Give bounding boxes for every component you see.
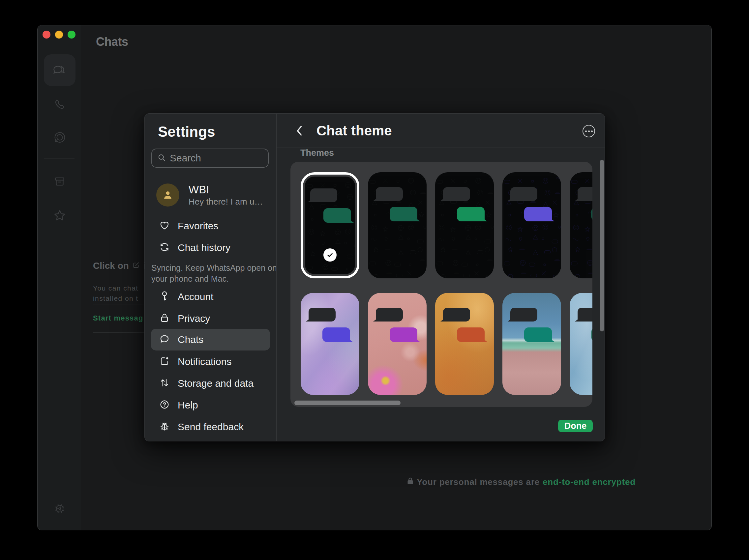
- heart-icon: [159, 220, 170, 232]
- theme-preview: [570, 172, 593, 278]
- menu-item-label: Account: [178, 291, 213, 303]
- search-input[interactable]: Search: [151, 149, 269, 168]
- notification-icon: [159, 355, 170, 368]
- incoming-bubble: [443, 308, 470, 321]
- search-placeholder: Search: [170, 153, 201, 164]
- chat-theme-title: Chat theme: [317, 123, 392, 139]
- incoming-bubble: [510, 187, 537, 201]
- incoming-bubble: [308, 308, 336, 321]
- sync-icon: [159, 242, 170, 254]
- theme-option-dark-3[interactable]: [435, 172, 494, 278]
- minimize-button[interactable]: [55, 31, 63, 39]
- close-button[interactable]: [43, 31, 50, 39]
- outgoing-bubble: [390, 328, 418, 342]
- theme-option-dark-2[interactable]: [368, 172, 427, 278]
- menu-item-label: Help: [178, 400, 198, 411]
- theme-option-holo-purple[interactable]: [301, 293, 359, 395]
- search-icon: [157, 153, 166, 163]
- themes-grid: [291, 162, 593, 407]
- menu-item-label: Privacy: [178, 313, 210, 324]
- menu-item-chats[interactable]: Chats: [145, 329, 276, 351]
- chats-icon[interactable]: [52, 62, 67, 77]
- incoming-bubble: [578, 308, 593, 321]
- theme-option-dark-5[interactable]: [570, 172, 593, 278]
- outgoing-bubble: [457, 328, 485, 342]
- encryption-text: Your personal messages are: [417, 477, 540, 487]
- settings-panel: Settings Search WBI Hey there! I a: [145, 114, 276, 441]
- menu-item-label: Chat history: [178, 242, 231, 253]
- incoming-bubble: [376, 308, 403, 321]
- encryption-notice: Your personal messages are end-to-end en…: [330, 477, 712, 487]
- outgoing-bubble: [592, 328, 593, 342]
- outgoing-bubble: [323, 208, 351, 223]
- phone-icon[interactable]: [53, 98, 66, 111]
- gear-icon[interactable]: [53, 502, 67, 516]
- theme-preview: [368, 293, 427, 395]
- theme-option-blue-silk[interactable]: [570, 293, 593, 395]
- sync-caption: Syncing. Keep WhatsApp open on your phon…: [151, 263, 277, 284]
- menu-item-send-feedback[interactable]: Send feedback: [145, 416, 276, 438]
- chat-theme-header: Chat theme: [277, 114, 605, 148]
- theme-preview: [435, 172, 494, 278]
- incoming-bubble: [376, 187, 403, 201]
- bug-icon: [159, 421, 170, 433]
- outgoing-bubble: [390, 207, 418, 221]
- menu-item-label: Chats: [178, 334, 204, 345]
- menu-item-chat-history[interactable]: Chat history: [145, 237, 276, 259]
- key-icon: [159, 291, 170, 303]
- menu-item-help[interactable]: Help: [145, 394, 276, 416]
- status-icon[interactable]: [53, 131, 67, 144]
- menu-item-favorites[interactable]: Favorites: [145, 215, 276, 237]
- horizontal-scrollbar[interactable]: [294, 401, 401, 405]
- incoming-bubble: [510, 308, 537, 321]
- zoom-button[interactable]: [68, 31, 76, 39]
- outgoing-bubble: [322, 328, 350, 342]
- lock-icon: [407, 477, 414, 487]
- theme-option-orange-petals[interactable]: [435, 293, 494, 395]
- menu-item-account[interactable]: Account: [145, 286, 276, 308]
- profile-row[interactable]: WBI Hey there! I am u…: [145, 183, 276, 206]
- star-icon[interactable]: [53, 208, 67, 222]
- theme-preview: [305, 177, 355, 274]
- outgoing-bubble: [524, 328, 552, 342]
- avatar: [156, 183, 179, 206]
- empty-state-heading-prefix: Click on: [93, 261, 129, 271]
- help-icon: [159, 399, 170, 411]
- chat-theme-panel: Chat theme Themes: [277, 114, 605, 441]
- vertical-scrollbar[interactable]: [600, 160, 604, 331]
- compose-icon: [132, 261, 140, 271]
- panel-title: Chats: [96, 35, 128, 49]
- incoming-bubble: [310, 188, 337, 202]
- menu-item-notifications[interactable]: Notifications: [145, 351, 276, 373]
- themes-section-label: Themes: [300, 148, 334, 158]
- archive-icon[interactable]: [53, 175, 66, 188]
- menu-item-label: Send feedback: [178, 421, 243, 432]
- incoming-bubble: [443, 187, 470, 201]
- theme-option-dark-default[interactable]: [301, 172, 359, 278]
- theme-preview: [502, 293, 561, 395]
- menu-item-label: Notifications: [178, 356, 231, 367]
- theme-preview: [570, 293, 593, 395]
- encryption-link[interactable]: end-to-end encrypted: [543, 477, 636, 487]
- outgoing-bubble: [524, 207, 552, 221]
- sidebar-divider: [44, 158, 74, 159]
- settings-dialog: Settings Search WBI Hey there! I a: [144, 113, 605, 442]
- arrows-icon: [159, 377, 170, 390]
- menu-item-label: Storage and data: [178, 378, 254, 389]
- theme-option-pink-floral[interactable]: [368, 293, 427, 395]
- profile-status: Hey there! I am u…: [189, 197, 263, 207]
- theme-preview: [435, 293, 494, 395]
- outgoing-bubble: [457, 207, 485, 221]
- more-options-button[interactable]: [582, 125, 595, 137]
- done-button[interactable]: Done: [558, 420, 593, 432]
- theme-option-blue-landscape[interactable]: [502, 293, 561, 395]
- profile-name: WBI: [189, 183, 209, 196]
- settings-title: Settings: [158, 124, 215, 140]
- menu-item-privacy[interactable]: Privacy: [145, 308, 276, 330]
- back-button[interactable]: [294, 124, 306, 137]
- theme-preview: [502, 172, 561, 278]
- theme-option-dark-4[interactable]: [502, 172, 561, 278]
- sidebar: [38, 25, 81, 530]
- chat-bubble-icon: [159, 333, 170, 346]
- menu-item-storage[interactable]: Storage and data: [145, 373, 276, 394]
